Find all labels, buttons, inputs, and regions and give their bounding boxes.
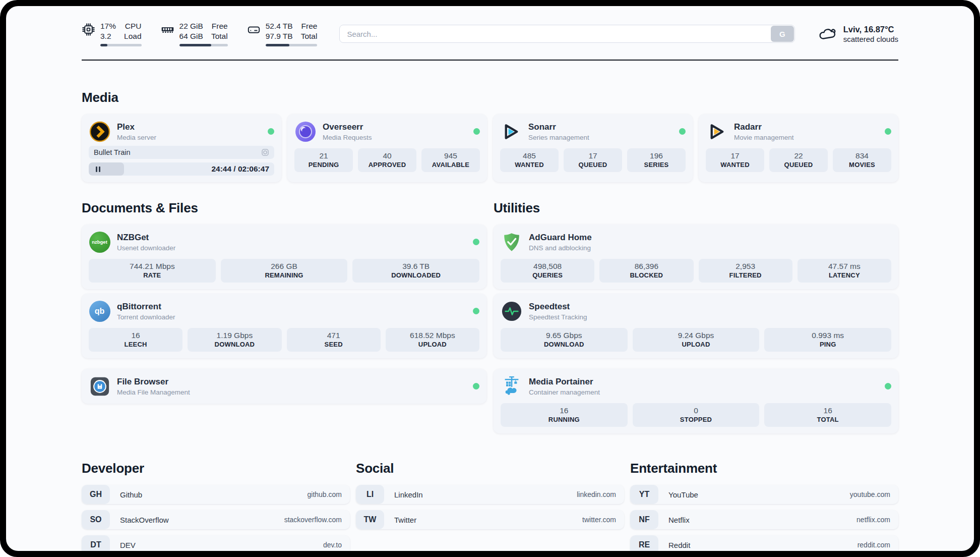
app-card-radarr[interactable]: Radarr Movie management 17 WANTED 22 QUE… (699, 114, 898, 182)
status-online-dot (473, 383, 479, 389)
qbittorrent-icon: qb (89, 300, 110, 322)
header-divider (82, 60, 898, 61)
stat-tile-approved: 40 APPROVED (358, 148, 416, 172)
storage-free: 52.4 TB (266, 21, 293, 31)
storage-total: 97.9 TB (266, 31, 293, 41)
nzbget-icon: nzbget (89, 231, 110, 253)
app-subtitle: DNS and adblocking (529, 244, 592, 252)
now-playing-title: Bullet Train (94, 148, 131, 156)
section-social: Social LI LinkedIn linkedin.com TW Twitt… (356, 461, 624, 551)
app-title: Overseerr (323, 122, 372, 132)
link-badge: GH (82, 485, 110, 504)
search-engine-button[interactable]: G (771, 26, 794, 42)
link-badge: RE (630, 535, 658, 551)
section-media: Media Plex Media server (82, 90, 898, 182)
app-title: qBittorrent (117, 302, 175, 312)
link-url: linkedin.com (577, 490, 616, 498)
app-card-adguard[interactable]: AdGuard Home DNS and adblocking 498,508 … (494, 225, 898, 289)
stat-tile-leech: 16 LEECH (89, 328, 182, 352)
stat-tile-total: 16 TOTAL (764, 403, 891, 427)
stat-tile-latency: 47.57 ms LATENCY (798, 259, 891, 283)
playback-progress-bar[interactable]: 24:44 / 02:06:47 (89, 162, 274, 176)
app-title: Speedtest (529, 302, 587, 312)
storage-icon (247, 23, 261, 36)
link-youtube[interactable]: YT YouTube youtube.com (630, 485, 898, 504)
link-name: Twitter (394, 516, 416, 524)
search-input[interactable] (339, 25, 794, 43)
link-github[interactable]: GH Github github.com (82, 485, 350, 504)
link-badge: DT (82, 535, 110, 551)
link-url: reddit.com (858, 541, 890, 549)
section-title-entertainment: Entertainment (630, 461, 898, 476)
app-subtitle: Series management (528, 134, 589, 141)
link-reddit[interactable]: RE Reddit reddit.com (630, 535, 898, 551)
stat-tile-upload: 618.52 Mbps UPLOAD (386, 328, 479, 352)
stat-tile-stopped: 0 STOPPED (633, 403, 760, 427)
playback-timecode: 24:44 / 02:06:47 (211, 164, 269, 174)
link-twitter[interactable]: TW Twitter twitter.com (356, 510, 624, 529)
link-badge: SO (82, 510, 110, 529)
section-utilities: Utilities AdGuard (494, 200, 898, 433)
app-subtitle: Speedtest Tracking (529, 313, 587, 321)
section-developer: Developer GH Github github.com SO StackO… (82, 461, 350, 551)
memory-label: Free (212, 21, 228, 31)
app-frame: 17% 3.2 CPU Load (0, 0, 980, 557)
memory-icon (161, 23, 174, 36)
stat-tile-download: 1.19 Gbps DOWNLOAD (188, 328, 281, 352)
link-badge: YT (630, 485, 658, 504)
stat-tile-ping: 0.993 ms PING (764, 328, 891, 352)
link-stackoverflow[interactable]: SO StackOverflow stackoverflow.com (82, 510, 350, 529)
session-view-icon[interactable] (261, 148, 269, 156)
weather-widget[interactable]: Lviv, 16.87°C scattered clouds (818, 25, 898, 43)
link-url: github.com (308, 490, 342, 498)
storage-label: Free (301, 21, 318, 31)
section-entertainment: Entertainment YT YouTube youtube.com NF … (630, 461, 898, 551)
memory-free: 22 GiB (179, 21, 203, 31)
cpu-progressbar (100, 44, 142, 46)
plex-icon (89, 121, 110, 142)
stat-tile-blocked: 86,396 BLOCKED (599, 259, 693, 283)
status-online-dot (885, 128, 891, 135)
app-card-speedtest[interactable]: Speedtest Speedtest Tracking 9.65 Gbps D… (494, 294, 898, 358)
link-netflix[interactable]: NF Netflix netflix.com (630, 510, 898, 529)
section-title-media: Media (82, 90, 898, 105)
stat-tile-queued: 17 QUEUED (564, 148, 622, 172)
system-stats: 17% 3.2 CPU Load (82, 21, 317, 46)
link-name: DEV (120, 541, 136, 549)
memory-label2: Total (211, 31, 228, 41)
adguard-icon (501, 231, 522, 253)
link-linkedin[interactable]: LI LinkedIn linkedin.com (356, 485, 624, 504)
now-playing-bar[interactable]: Bullet Train (89, 146, 274, 159)
app-subtitle: Media Requests (323, 134, 372, 141)
app-title: Sonarr (528, 122, 589, 132)
stat-tile-queries: 498,508 QUERIES (501, 259, 594, 283)
radarr-icon (706, 121, 727, 142)
link-dev[interactable]: DT DEV dev.to (82, 535, 350, 551)
app-subtitle: Container management (529, 388, 600, 396)
section-documents: Documents & Files nzbget NZBGet Usenet d… (82, 200, 486, 433)
top-bar: 17% 3.2 CPU Load (82, 21, 898, 46)
overseerr-icon (294, 121, 316, 142)
search-bar: G (339, 25, 794, 43)
filebrowser-icon (89, 375, 110, 397)
memory-stat: 22 GiB 64 GiB Free Total (161, 21, 228, 46)
app-card-sonarr[interactable]: Sonarr Series management 485 WANTED 17 Q… (493, 114, 693, 182)
link-url: youtube.com (850, 490, 890, 498)
app-subtitle: Usenet downloader (117, 244, 175, 252)
link-name: Netflix (668, 516, 690, 524)
app-card-qbittorrent[interactable]: qb qBittorrent Torrent downloader 16 LEE… (82, 294, 486, 358)
app-card-filebrowser[interactable]: File Browser Media File Management (82, 369, 486, 404)
stat-tile-rate: 744.21 Mbps RATE (89, 259, 216, 283)
link-name: LinkedIn (394, 490, 423, 499)
stat-tile-queued: 22 QUEUED (769, 148, 828, 172)
app-subtitle: Torrent downloader (117, 313, 175, 321)
app-card-plex[interactable]: Plex Media server Bullet Train (82, 114, 281, 182)
app-card-overseerr[interactable]: Overseerr Media Requests 21 PENDING 40 A… (287, 114, 487, 182)
app-title: Plex (117, 122, 156, 132)
stat-tile-series: 196 SERIES (627, 148, 686, 172)
app-card-portainer[interactable]: Media Portainer Container management 16 … (494, 369, 898, 433)
cpu-icon (82, 23, 95, 36)
link-url: stackoverflow.com (284, 516, 342, 524)
stat-tile-available: 945 AVAILABLE (421, 148, 480, 172)
app-card-nzbget[interactable]: nzbget NZBGet Usenet downloader 744.21 M… (82, 225, 486, 289)
